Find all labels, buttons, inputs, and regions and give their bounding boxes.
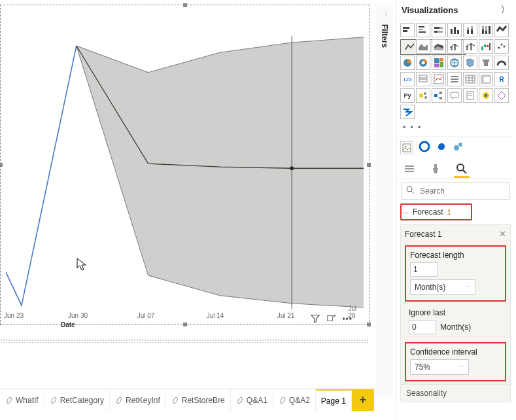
svg-rect-75 (405, 166, 414, 167)
add-page-button[interactable]: + (352, 389, 374, 411)
viz-table-icon[interactable] (463, 72, 477, 86)
viz-map-icon[interactable] (447, 56, 462, 70)
viz-waterfall-icon[interactable] (479, 39, 493, 54)
svg-line-80 (463, 170, 466, 173)
svg-point-69 (485, 94, 487, 97)
svg-rect-9 (438, 31, 443, 33)
image-visual-icon[interactable] (400, 141, 413, 154)
x-tick: Jul 21 (277, 312, 295, 319)
confidence-interval-select[interactable]: 75% ﹀ (410, 359, 469, 375)
viz-line-column-icon[interactable] (447, 39, 462, 54)
svg-rect-30 (489, 43, 490, 50)
svg-point-72 (420, 142, 429, 151)
svg-rect-16 (471, 26, 473, 29)
filter-icon[interactable] (311, 314, 320, 325)
viz-ribbon-icon[interactable] (494, 23, 509, 37)
svg-point-74 (458, 143, 462, 147)
confidence-interval-label: Confidence interval (410, 347, 501, 357)
viz-r-icon[interactable]: R (494, 72, 509, 86)
viz-stacked-area-icon[interactable] (432, 39, 446, 54)
chevron-right-icon[interactable]: 〉 (501, 4, 509, 16)
viz-scatter-icon[interactable] (494, 39, 509, 54)
ignore-last-input[interactable]: 0 (409, 320, 436, 334)
focus-mode-icon[interactable] (326, 314, 335, 325)
forecast-section-header[interactable]: ︿ Forecast 1 (400, 203, 472, 220)
link-icon (50, 396, 58, 404)
svg-point-81 (407, 186, 412, 192)
ai-bubbles-icon[interactable] (453, 141, 464, 154)
viz-stacked-bar-100-icon[interactable] (432, 23, 446, 37)
viz-stacked-bar-icon[interactable] (400, 23, 415, 37)
svg-rect-62 (439, 92, 442, 94)
viz-arcgis-icon[interactable] (479, 88, 493, 103)
viz-power-apps-icon[interactable] (494, 88, 509, 103)
viz-clustered-bar-icon[interactable] (416, 23, 430, 37)
seasonality-label: Seasonality (401, 384, 510, 402)
viz-matrix-icon[interactable] (479, 72, 493, 86)
page-tab[interactable]: Q&A1 (231, 389, 273, 411)
page-tab[interactable]: RetStoreBre (166, 389, 231, 411)
svg-rect-76 (405, 168, 414, 169)
more-visuals-icon[interactable]: • • • (400, 123, 422, 132)
format-tab[interactable] (428, 161, 443, 178)
svg-rect-28 (484, 44, 486, 47)
filters-pane-collapsed[interactable]: 〈 Filters (377, 5, 392, 397)
viz-clustered-column-icon[interactable] (447, 23, 462, 37)
viz-donut-icon[interactable] (416, 56, 430, 70)
viz-decomposition-tree-icon[interactable] (432, 88, 446, 103)
svg-point-57 (424, 92, 426, 95)
svg-rect-45 (451, 76, 458, 77)
viz-line-column-stacked-icon[interactable] (463, 39, 477, 54)
ai-circle-icon[interactable] (419, 141, 430, 154)
viz-card-icon[interactable]: 123 (400, 72, 415, 86)
viz-pie-icon[interactable] (400, 56, 415, 70)
link-icon (5, 396, 13, 404)
viz-kpi-icon[interactable] (432, 72, 446, 86)
link-icon (115, 396, 123, 404)
x-tick: Jul 14 (207, 312, 224, 319)
resize-handle[interactable] (367, 163, 371, 167)
svg-rect-37 (434, 58, 439, 63)
resize-handle[interactable] (0, 163, 3, 167)
chevron-left-icon[interactable]: 〈 (381, 10, 388, 19)
viz-funnel-icon[interactable] (479, 56, 493, 70)
x-axis-title: Date (61, 321, 75, 328)
viz-treemap-icon[interactable] (432, 56, 446, 70)
more-options-icon[interactable]: ••• (342, 315, 353, 324)
chart-visual-frame[interactable]: Jun 23 Jun 30 Jul 07 Jul 14 Jul 21 Jul 2… (0, 5, 370, 325)
page-tab-active[interactable]: Page 1 (316, 389, 352, 411)
ai-blob-icon[interactable] (436, 141, 447, 154)
page-tab[interactable]: RetKeyInf (110, 389, 166, 411)
viz-paginated-icon[interactable] (463, 88, 477, 103)
viz-python-icon[interactable]: Py (400, 88, 415, 103)
viz-stacked-column-icon[interactable] (463, 23, 477, 37)
viz-key-influencers-icon[interactable] (416, 88, 430, 103)
svg-rect-55 (481, 75, 484, 83)
search-input[interactable] (419, 186, 515, 196)
x-tick: Jun 30 (68, 312, 88, 319)
viz-filled-map-icon[interactable] (463, 56, 477, 70)
page-tab[interactable]: Q&A2 (273, 389, 316, 411)
svg-point-79 (457, 164, 464, 171)
viz-area-icon[interactable] (416, 39, 430, 54)
svg-point-56 (419, 94, 423, 97)
link-icon (279, 396, 286, 404)
forecast-length-input[interactable]: 1 (410, 262, 438, 277)
fields-tab[interactable] (402, 161, 417, 178)
forecast-length-label: Forecast length (410, 251, 501, 260)
viz-multi-row-card-icon[interactable] (416, 72, 430, 86)
page-tab[interactable]: WhatIf (0, 389, 44, 411)
viz-gauge-icon[interactable] (494, 56, 509, 70)
svg-rect-3 (419, 26, 424, 27)
viz-power-automate-icon[interactable] (400, 105, 415, 119)
viz-slicer-icon[interactable] (447, 72, 462, 86)
viz-qna-icon[interactable] (447, 88, 462, 103)
ai-visuals-row (396, 136, 515, 160)
analytics-tab[interactable] (454, 161, 470, 178)
remove-forecast-button[interactable]: ✕ (499, 229, 506, 239)
resize-handle[interactable] (183, 3, 187, 7)
viz-stacked-column-100-icon[interactable] (479, 23, 493, 37)
page-tab[interactable]: RetCategory (44, 389, 110, 411)
forecast-length-unit-select[interactable]: Month(s) ﹀ (410, 279, 475, 295)
search-box[interactable] (402, 183, 509, 200)
